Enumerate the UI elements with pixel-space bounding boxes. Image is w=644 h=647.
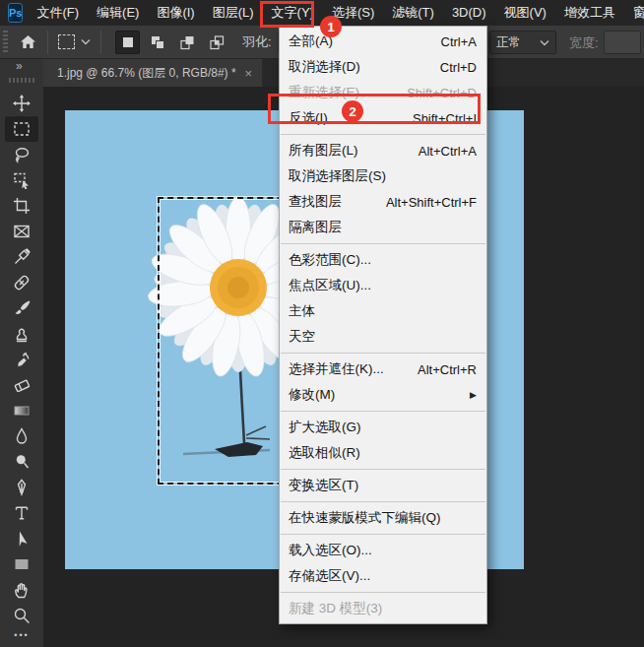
subtract-from-selection-icon <box>179 34 195 50</box>
menu-item-shortcut: Shift+Ctrl+I <box>401 111 477 126</box>
menu-layer[interactable]: 图层(L) <box>204 0 263 26</box>
new-selection-button[interactable] <box>115 31 140 54</box>
menu-item-deselect[interactable]: 取消选择(D)Ctrl+D <box>280 54 486 80</box>
crop-tool-icon <box>13 197 31 215</box>
toolbar-collapse-button[interactable]: » <box>0 59 43 75</box>
home-icon <box>19 33 37 51</box>
menu-item-load-selection[interactable]: 载入选区(O)... <box>280 538 486 563</box>
menu-item-label: 存储选区(V)... <box>289 567 370 585</box>
menu-item-color-range[interactable]: 色彩范围(C)... <box>280 247 486 273</box>
new-selection-icon <box>120 34 136 50</box>
menu-item-isolate-layers[interactable]: 隔离图层 <box>280 215 486 240</box>
eraser-tool[interactable] <box>0 372 43 398</box>
menu-item-select-all[interactable]: 全部(A)Ctrl+A <box>280 29 486 54</box>
menu-file[interactable]: 文件(F) <box>28 0 88 26</box>
menu-item-save-selection[interactable]: 存储选区(V)... <box>280 563 486 589</box>
healing-brush-tool[interactable] <box>0 270 43 295</box>
menu-item-shortcut: Alt+Ctrl+R <box>406 362 477 377</box>
type-tool[interactable] <box>0 500 43 526</box>
close-tab-icon[interactable]: × <box>242 66 254 81</box>
move-tool[interactable] <box>0 91 43 116</box>
blur-tool[interactable] <box>0 423 43 449</box>
menu-item-sky[interactable]: 天空 <box>280 324 486 350</box>
menu-item-label: 色彩范围(C)... <box>289 251 371 269</box>
menu-separator <box>281 534 485 535</box>
subtract-from-selection-button[interactable] <box>174 31 199 54</box>
menu-item-deselect-layers[interactable]: 取消选择图层(S) <box>280 163 486 189</box>
menu-item-label: 所有图层(L) <box>289 142 358 160</box>
document-tab[interactable]: 1.jpg @ 66.7% (图层 0, RGB/8#) * × <box>43 59 262 87</box>
home-button[interactable] <box>19 33 37 51</box>
menu-item-modify[interactable]: 修改(M)▶ <box>280 382 486 408</box>
pen-tool-icon <box>13 479 31 496</box>
menu-type[interactable]: 文字(Y) <box>263 0 323 26</box>
edit-toolbar-button[interactable]: ••• <box>0 630 43 640</box>
dodge-tool[interactable] <box>0 449 43 475</box>
blend-mode-select[interactable]: 正常 <box>489 31 556 54</box>
lasso-tool[interactable] <box>0 142 43 167</box>
lasso-tool-icon <box>13 146 31 163</box>
rectangle-tool[interactable] <box>0 551 43 577</box>
menu-item-reselect: 重新选择(E)Shift+Ctrl+D <box>280 80 486 105</box>
width-input[interactable] <box>604 31 641 54</box>
zoom-tool[interactable] <box>0 603 43 628</box>
tool-bar: » ••• <box>0 59 43 647</box>
intersect-selection-button[interactable] <box>204 31 228 54</box>
add-to-selection-button[interactable] <box>145 31 169 54</box>
menu-item-label: 焦点区域(U)... <box>289 277 371 294</box>
menu-item-shortcut: Ctrl+D <box>428 60 477 75</box>
menu-item-similar[interactable]: 选取相似(R) <box>280 440 486 466</box>
history-brush-tool[interactable] <box>0 347 43 372</box>
object-selection-tool[interactable] <box>0 167 43 193</box>
menu-item-shortcut: Ctrl+A <box>429 34 477 49</box>
gradient-tool[interactable] <box>0 398 43 423</box>
menu-filter[interactable]: 滤镜(T) <box>383 0 443 26</box>
menu-window[interactable]: 窗口(W) <box>624 0 644 26</box>
menu-item-select-and-mask[interactable]: 选择并遮住(K)...Alt+Ctrl+R <box>280 356 486 382</box>
menu-item-label: 新建 3D 模型(3) <box>289 600 382 617</box>
options-bar-grip[interactable] <box>3 31 8 54</box>
rectangular-marquee-tool[interactable] <box>5 116 38 142</box>
chevron-down-icon <box>540 39 549 46</box>
menu-item-new-3d-extrusion: 新建 3D 模型(3) <box>280 596 486 621</box>
path-selection-tool[interactable] <box>0 526 43 551</box>
frame-tool[interactable] <box>0 219 43 244</box>
menu-item-find-layers[interactable]: 查找图层Alt+Shift+Ctrl+F <box>280 189 486 215</box>
menu-item-focus-area[interactable]: 焦点区域(U)... <box>280 273 486 298</box>
move-tool-icon <box>13 95 31 112</box>
menu-item-grow[interactable]: 扩大选取(G) <box>280 415 486 440</box>
menu-item-edit-in-quick-mask[interactable]: 在快速蒙版模式下编辑(Q) <box>280 505 486 531</box>
menu-item-all-layers[interactable]: 所有图层(L)Alt+Ctrl+A <box>280 138 486 163</box>
hand-tool[interactable] <box>0 577 43 603</box>
brush-tool[interactable] <box>0 295 43 321</box>
eyedropper-tool[interactable] <box>0 244 43 270</box>
menu-item-subject[interactable]: 主体 <box>280 298 486 324</box>
marquee-preset-icon <box>58 34 75 49</box>
menu-separator <box>281 134 485 135</box>
menu-item-shortcut: Alt+Ctrl+A <box>407 144 477 159</box>
chevron-down-icon <box>81 38 91 45</box>
menu-edit[interactable]: 编辑(E) <box>88 0 148 26</box>
menu-3d[interactable]: 3D(D) <box>443 0 495 26</box>
toolbar-grip[interactable] <box>9 78 34 83</box>
pen-tool[interactable] <box>0 475 43 500</box>
menu-item-label: 隔离图层 <box>289 219 342 236</box>
menu-item-inverse[interactable]: 反选(I)Shift+Ctrl+I <box>280 105 486 131</box>
crop-tool[interactable] <box>0 193 43 219</box>
eraser-tool-icon <box>13 376 31 394</box>
hand-tool-icon <box>13 581 31 599</box>
menu-item-label: 反选(I) <box>289 109 328 127</box>
clone-stamp-tool[interactable] <box>0 321 43 347</box>
tool-preset-picker[interactable] <box>58 34 91 49</box>
menu-image[interactable]: 图像(I) <box>148 0 203 26</box>
path-selection-tool-icon <box>13 530 31 548</box>
menu-item-label: 修改(M) <box>289 386 335 404</box>
menu-separator <box>281 411 485 412</box>
annotation-step-2-badge: 2 <box>342 100 363 122</box>
intersect-selection-icon <box>209 34 225 50</box>
selection-mode-buttons <box>115 31 228 54</box>
menu-item-transform-selection[interactable]: 变换选区(T) <box>280 473 486 498</box>
menu-item-label: 查找图层 <box>289 193 342 211</box>
menu-plugins[interactable]: 增效工具 <box>555 0 624 26</box>
menu-view[interactable]: 视图(V) <box>495 0 555 26</box>
